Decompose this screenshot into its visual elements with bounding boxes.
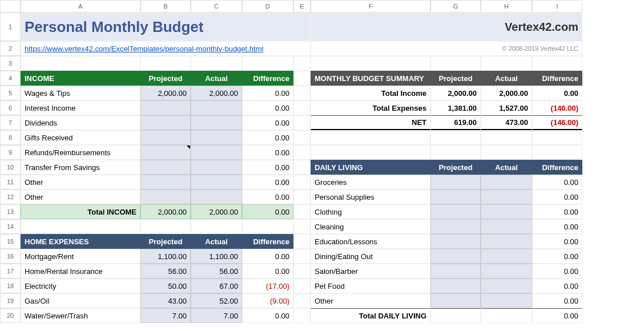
row-header-15[interactable]: 15 — [0, 234, 21, 249]
row-header-13[interactable]: 13 — [0, 204, 21, 219]
income-item-actual[interactable] — [191, 130, 242, 145]
daily-actual-header[interactable]: Actual — [481, 160, 532, 175]
total-daily-projected[interactable] — [430, 308, 481, 323]
home-item-projected[interactable]: 43.00 — [140, 293, 191, 308]
daily-item-difference[interactable]: 0.00 — [532, 234, 582, 249]
row-header-16[interactable]: 16 — [0, 249, 21, 264]
summary-total-income-projected[interactable]: 2,000.00 — [430, 86, 481, 100]
daily-item-projected[interactable] — [430, 189, 481, 204]
total-daily-label[interactable]: Total DAILY LIVING — [311, 308, 430, 323]
income-item-difference[interactable]: 0.00 — [242, 130, 293, 145]
daily-item-projected[interactable] — [430, 219, 481, 234]
income-item-projected[interactable] — [140, 130, 191, 145]
daily-item-label[interactable]: Pet Food — [311, 278, 430, 293]
spreadsheet-grid[interactable]: A B C D E F G H I 1 Personal Monthly Bud… — [0, 0, 644, 323]
daily-item-difference[interactable]: 0.00 — [532, 249, 582, 264]
income-header[interactable]: INCOME — [21, 71, 140, 86]
daily-item-actual[interactable] — [481, 264, 532, 278]
daily-item-projected[interactable] — [430, 204, 481, 219]
summary-actual-header[interactable]: Actual — [481, 71, 532, 86]
daily-item-difference[interactable]: 0.00 — [532, 293, 582, 308]
row-header-20[interactable]: 20 — [0, 308, 21, 323]
col-header-f[interactable]: F — [311, 0, 430, 13]
income-item-difference[interactable]: 0.00 — [242, 160, 293, 175]
home-item-difference[interactable]: (17.00) — [242, 278, 293, 293]
total-daily-actual[interactable] — [481, 308, 532, 323]
daily-item-label[interactable]: Other — [311, 293, 430, 308]
daily-item-label[interactable]: Dining/Eating Out — [311, 249, 430, 264]
summary-net-label[interactable]: NET — [311, 115, 430, 130]
summary-difference-header[interactable]: Difference — [532, 71, 582, 86]
income-item-label[interactable]: Interest Income — [21, 100, 140, 115]
income-item-difference[interactable]: 0.00 — [242, 115, 293, 130]
home-item-actual[interactable]: 52.00 — [191, 293, 242, 308]
home-item-label[interactable]: Mortgage/Rent — [21, 249, 140, 264]
daily-item-projected[interactable] — [430, 175, 481, 189]
income-item-actual[interactable] — [191, 160, 242, 175]
income-item-label[interactable]: Other — [21, 189, 140, 204]
home-item-difference[interactable]: 0.00 — [242, 264, 293, 278]
summary-projected-header[interactable]: Projected — [430, 71, 481, 86]
income-item-projected[interactable] — [140, 145, 191, 160]
daily-header[interactable]: DAILY LIVING — [311, 160, 430, 175]
daily-item-difference[interactable]: 0.00 — [532, 204, 582, 219]
page-title[interactable]: Personal Monthly Budget — [21, 13, 311, 41]
daily-item-projected[interactable] — [430, 293, 481, 308]
summary-total-expenses-difference[interactable]: (146.00) — [532, 100, 582, 115]
row-header-5[interactable]: 5 — [0, 86, 21, 100]
home-item-projected[interactable]: 1,100.00 — [140, 249, 191, 264]
summary-net-projected[interactable]: 619.00 — [430, 115, 481, 130]
home-item-projected[interactable]: 50.00 — [140, 278, 191, 293]
row-header-8[interactable]: 8 — [0, 130, 21, 145]
row-header-2[interactable]: 2 — [0, 41, 21, 56]
income-item-actual[interactable] — [191, 145, 242, 160]
row-header-11[interactable]: 11 — [0, 175, 21, 189]
income-item-projected[interactable]: 2,000.00 — [140, 86, 191, 100]
income-item-difference[interactable]: 0.00 — [242, 100, 293, 115]
summary-total-expenses-label[interactable]: Total Expenses — [311, 100, 430, 115]
home-actual-header[interactable]: Actual — [191, 234, 242, 249]
row-header-18[interactable]: 18 — [0, 278, 21, 293]
daily-item-label[interactable]: Salon/Barber — [311, 264, 430, 278]
income-item-difference[interactable]: 0.00 — [242, 175, 293, 189]
daily-item-difference[interactable]: 0.00 — [532, 219, 582, 234]
daily-item-actual[interactable] — [481, 219, 532, 234]
daily-difference-header[interactable]: Difference — [532, 160, 582, 175]
summary-total-income-difference[interactable]: 0.00 — [532, 86, 582, 100]
row-header-19[interactable]: 19 — [0, 293, 21, 308]
total-income-label[interactable]: Total INCOME — [21, 204, 140, 219]
income-item-actual[interactable] — [191, 175, 242, 189]
daily-item-label[interactable]: Education/Lessons — [311, 234, 430, 249]
daily-projected-header[interactable]: Projected — [430, 160, 481, 175]
row-header-4[interactable]: 4 — [0, 71, 21, 86]
income-item-label[interactable]: Other — [21, 175, 140, 189]
daily-item-difference[interactable]: 0.00 — [532, 189, 582, 204]
template-link-cell[interactable]: https://www.vertex42.com/ExcelTemplates/… — [21, 41, 311, 56]
col-header-i[interactable]: I — [532, 0, 582, 13]
row-header-6[interactable]: 6 — [0, 100, 21, 115]
home-item-actual[interactable]: 7.00 — [191, 308, 242, 323]
col-header-c[interactable]: C — [191, 0, 242, 13]
daily-item-label[interactable]: Personal Supplies — [311, 189, 430, 204]
total-income-actual[interactable]: 2,000.00 — [191, 204, 242, 219]
home-item-projected[interactable]: 56.00 — [140, 264, 191, 278]
row-header-3[interactable]: 3 — [0, 56, 21, 71]
income-item-label[interactable]: Refunds/Reimbursements — [21, 145, 140, 160]
home-header[interactable]: HOME EXPENSES — [21, 234, 140, 249]
income-item-difference[interactable]: 0.00 — [242, 189, 293, 204]
home-item-actual[interactable]: 67.00 — [191, 278, 242, 293]
income-projected-header[interactable]: Projected — [140, 71, 191, 86]
summary-total-income-actual[interactable]: 2,000.00 — [481, 86, 532, 100]
income-item-difference[interactable]: 0.00 — [242, 86, 293, 100]
income-item-label[interactable]: Transfer From Savings — [21, 160, 140, 175]
daily-item-actual[interactable] — [481, 234, 532, 249]
income-item-projected[interactable] — [140, 175, 191, 189]
income-item-projected[interactable] — [140, 100, 191, 115]
daily-item-actual[interactable] — [481, 278, 532, 293]
income-item-actual[interactable] — [191, 189, 242, 204]
col-header-a[interactable]: A — [21, 0, 140, 13]
daily-item-actual[interactable] — [481, 249, 532, 264]
row-header-1[interactable]: 1 — [0, 13, 21, 41]
home-item-projected[interactable]: 7.00 — [140, 308, 191, 323]
daily-item-difference[interactable]: 0.00 — [532, 264, 582, 278]
